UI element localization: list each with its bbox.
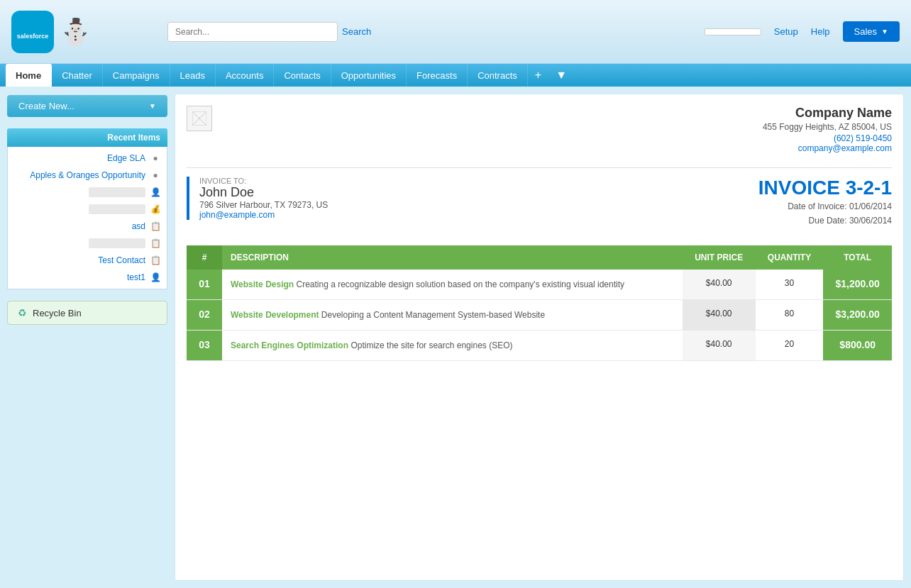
row-description: Search Engines Optimization Optimize the…	[222, 330, 683, 360]
row-unit-price: $40.00	[683, 330, 756, 360]
company-logo-area	[187, 106, 212, 131]
desc-text: Creating a recognizable design solution …	[296, 279, 624, 289]
table-header-row: # DESCRIPTION UNIT PRICE QUANTITY TOTAL	[187, 245, 892, 270]
nav-item-contracts[interactable]: Contracts	[468, 64, 528, 87]
sales-menu-button[interactable]: Sales ▼	[843, 21, 900, 42]
company-name: Company Name	[763, 106, 892, 121]
bill-to-label: INVOICE TO:	[199, 177, 328, 185]
row-total: $3,200.00	[823, 299, 892, 330]
recent-item-link[interactable]: asd	[132, 221, 145, 231]
recent-item-link[interactable]: Edge SLA	[107, 153, 145, 163]
client-email: john@example.com	[199, 210, 328, 220]
list-item: 👤	[8, 184, 167, 201]
create-new-button[interactable]: Create New... ▼	[7, 95, 167, 117]
client-address: 796 Silver Harbour, TX 79273, US	[199, 200, 328, 210]
nav-item-contacts[interactable]: Contacts	[274, 64, 331, 87]
help-link[interactable]: Help	[811, 26, 830, 37]
company-phone: (602) 519-0450	[763, 133, 892, 143]
setup-link[interactable]: Setup	[774, 26, 798, 37]
client-name: John Doe	[199, 185, 328, 200]
row-quantity: 30	[756, 270, 824, 300]
search-input[interactable]	[167, 22, 338, 42]
main-layout: Create New... ▼ Recent Items Edge SLA ● …	[0, 87, 911, 588]
record-icon: 📋	[150, 221, 161, 232]
list-item: Test Contact 📋	[8, 252, 167, 269]
recent-item-blank	[89, 204, 145, 214]
col-header-num: #	[187, 245, 222, 270]
recent-items-panel: Recent Items Edge SLA ● Apples & Oranges…	[7, 128, 167, 289]
money-icon: 💰	[150, 204, 161, 215]
bill-to-section: INVOICE TO: John Doe 796 Silver Harbour,…	[187, 177, 328, 220]
nav-more-button[interactable]: ▼	[548, 64, 574, 87]
snowman-mascot: ⛄	[60, 17, 92, 47]
recent-items-header: Recent Items	[7, 128, 167, 147]
row-number: 01	[187, 270, 222, 300]
contact-icon: 📋	[150, 255, 161, 266]
recent-items-list: Edge SLA ● Apples & Oranges Opportunity …	[7, 147, 167, 289]
recent-item-link[interactable]: Test Contact	[98, 255, 145, 265]
nav-item-accounts[interactable]: Accounts	[216, 64, 274, 87]
recent-item-link[interactable]: test1	[127, 272, 145, 282]
sales-dropdown-arrow: ▼	[881, 28, 888, 35]
company-email: company@example.com	[763, 143, 892, 153]
logo-area: salesforce ⛄	[11, 11, 167, 53]
invoice-table: # DESCRIPTION UNIT PRICE QUANTITY TOTAL …	[187, 245, 892, 361]
col-header-unit-price: UNIT PRICE	[683, 245, 756, 270]
record-icon: ●	[150, 170, 161, 181]
row-quantity: 20	[756, 330, 824, 360]
col-header-quantity: QUANTITY	[756, 245, 824, 270]
salesforce-logo: salesforce	[11, 11, 54, 53]
nav-item-leads[interactable]: Leads	[170, 64, 216, 87]
nav-item-forecasts[interactable]: Forecasts	[407, 64, 468, 87]
row-description: Website Development Developing a Content…	[222, 299, 683, 330]
nav-add-button[interactable]: +	[528, 64, 548, 87]
list-item: Edge SLA ●	[8, 150, 167, 167]
list-item: test1 👤	[8, 269, 167, 286]
list-item: 💰	[8, 201, 167, 218]
table-row: 02 Website Development Developing a Cont…	[187, 299, 892, 330]
desc-title: Website Development	[231, 310, 319, 320]
row-total: $1,200.00	[823, 270, 892, 300]
recent-item-blank	[89, 187, 145, 197]
invoice-number: INVOICE 3-2-1	[758, 177, 892, 199]
invoice-header: Company Name 455 Foggy Heights, AZ 85004…	[187, 106, 892, 153]
invoice-dates: Date of Invoice: 01/06/2014 Due Date: 30…	[758, 199, 892, 228]
row-unit-price: $40.00	[683, 299, 756, 330]
col-header-total: TOTAL	[823, 245, 892, 270]
row-unit-price: $40.00	[683, 270, 756, 300]
nav-item-opportunities[interactable]: Opportunities	[331, 64, 407, 87]
desc-text: Optimize the site for search engines (SE…	[350, 340, 512, 350]
nav-bar: Home Chatter Campaigns Leads Accounts Co…	[0, 64, 911, 87]
search-button[interactable]: Search	[342, 26, 371, 37]
company-logo-placeholder	[187, 106, 212, 131]
list-item: 📋	[8, 235, 167, 252]
create-new-arrow: ▼	[149, 102, 156, 110]
record-icon: 📋	[150, 238, 161, 249]
due-date-label: Due Date:	[809, 216, 847, 226]
recycle-bin-button[interactable]: ♻ Recycle Bin	[7, 301, 167, 325]
person-icon: 👤	[150, 272, 161, 283]
top-right-actions: Setup Help Sales ▼	[705, 21, 900, 42]
desc-text: Developing a Content Management System-b…	[321, 310, 545, 320]
sidebar: Create New... ▼ Recent Items Edge SLA ● …	[0, 87, 175, 588]
nav-item-home[interactable]: Home	[6, 64, 52, 87]
recent-item-link[interactable]: Apples & Oranges Opportunity	[30, 170, 145, 180]
due-date-value: 30/06/2014	[849, 216, 892, 226]
date-of-invoice-value: 01/06/2014	[849, 201, 892, 211]
table-row: 03 Search Engines Optimization Optimize …	[187, 330, 892, 360]
row-number: 02	[187, 299, 222, 330]
table-row: 01 Website Design Creating a recognizabl…	[187, 270, 892, 300]
person-icon: 👤	[150, 187, 161, 198]
recycle-bin-icon: ♻	[18, 307, 27, 318]
row-number: 03	[187, 330, 222, 360]
nav-item-campaigns[interactable]: Campaigns	[103, 64, 170, 87]
recent-item-blank	[89, 238, 145, 248]
invoice-id-section: INVOICE 3-2-1 Date of Invoice: 01/06/201…	[758, 177, 892, 228]
desc-title: Website Design	[231, 279, 294, 289]
content-area: Company Name 455 Foggy Heights, AZ 85004…	[175, 94, 904, 581]
row-quantity: 80	[756, 299, 824, 330]
top-bar: salesforce ⛄ Search Setup Help Sales ▼	[0, 0, 911, 64]
row-total: $800.00	[823, 330, 892, 360]
nav-item-chatter[interactable]: Chatter	[52, 64, 103, 87]
record-icon: ●	[150, 152, 161, 164]
